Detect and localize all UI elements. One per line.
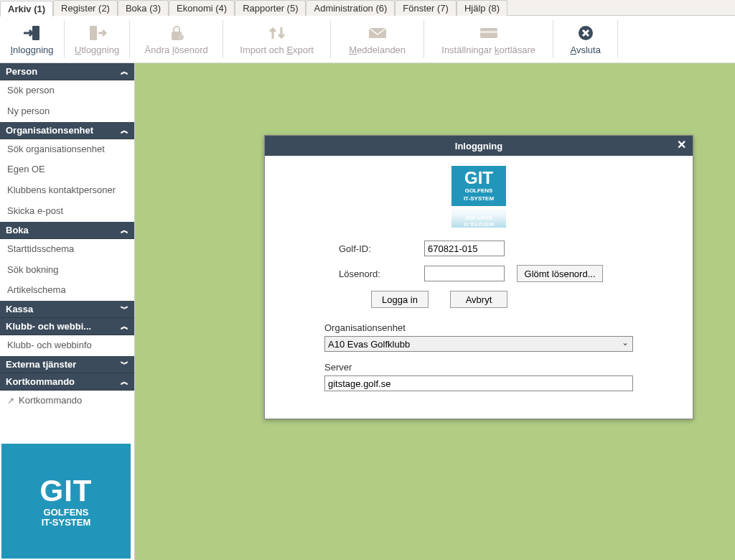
external-link-icon: ↗ — [7, 396, 14, 406]
toolbar-import-export[interactable]: Import och Export — [223, 20, 331, 58]
toolbar-cardreader-label: Inställningar kortläsare — [441, 45, 535, 55]
toolbar-login-label: Inloggning — [10, 45, 53, 55]
tab-arkiv[interactable]: Arkiv (1) — [0, 1, 53, 17]
sidebar-head-org-label: Organisationsenhet — [6, 125, 93, 136]
sidebar-head-kortkommando[interactable]: Kortkommando ︽ — [0, 373, 134, 391]
toolbar-logout-label: Utloggning — [75, 45, 119, 55]
chevron-down-icon: ︾ — [121, 304, 128, 314]
tab-ekonomi[interactable]: Ekonomi (4) — [169, 0, 235, 16]
sidebar-logo: GIT GOLFENS IT-SYSTEM — [1, 444, 131, 559]
sidebar-head-person[interactable]: Person ︽ — [0, 63, 134, 80]
org-label: Organisationsenhet — [324, 322, 633, 333]
sidebar-head-kassa[interactable]: Kassa ︾ — [0, 301, 134, 318]
svg-rect-1 — [90, 26, 97, 40]
cancel-button[interactable]: Avbryt — [450, 291, 507, 308]
sidebar-head-person-label: Person — [6, 66, 37, 77]
toolbar-messages[interactable]: Meddelanden — [331, 20, 424, 58]
sidebar-head-org[interactable]: Organisationsenhet ︽ — [0, 122, 134, 139]
sidebar-item-kontaktp[interactable]: Klubbens kontaktpersoner — [0, 180, 134, 201]
logo-sub2: IT-SYSTEM — [42, 517, 91, 528]
golf-id-label: Golf-ID: — [339, 243, 414, 254]
toolbar-changepw-label: Ändra lösenord — [145, 45, 208, 55]
close-icon[interactable]: ✕ — [674, 138, 688, 151]
login-dialog: Inloggning ✕ GIT GOLFENS IT-SYSTEM IT-SY… — [264, 135, 693, 419]
tab-fonster[interactable]: Fönster (7) — [395, 0, 457, 16]
org-select[interactable]: A10 Evas Golfklubb — [324, 336, 633, 352]
toolbar-quit-label: Avsluta — [570, 45, 600, 55]
password-label: Lösenord: — [339, 269, 414, 279]
chevron-down-icon: ︾ — [121, 359, 128, 370]
sidebar-item-kortkommando[interactable]: ↗Kortkommando — [0, 391, 134, 411]
chevron-up-icon: ︽ — [121, 125, 128, 136]
sidebar-head-externa-label: Externa tjänster — [6, 359, 76, 370]
card-icon — [479, 23, 499, 43]
sidebar-head-klubb[interactable]: Klubb- och webbi... ︽ — [0, 318, 134, 335]
tab-rapporter[interactable]: Rapporter (5) — [235, 0, 306, 16]
sidebar-item-sok-bokn[interactable]: Sök bokning — [0, 260, 134, 281]
menu-tabs: Arkiv (1) Register (2) Boka (3) Ekonomi … — [0, 0, 735, 16]
sidebar-item-klubbinfo[interactable]: Klubb- och webbinfo — [0, 335, 134, 356]
server-label: Server — [324, 362, 633, 373]
mail-icon — [368, 23, 388, 43]
toolbar-cardreader[interactable]: Inställningar kortläsare — [424, 20, 553, 58]
svg-rect-6 — [480, 31, 497, 33]
import-export-icon — [267, 23, 287, 43]
toolbar-change-password[interactable]: Ändra lösenord — [130, 20, 223, 58]
sidebar-item-ny-person[interactable]: Ny person — [0, 101, 134, 122]
sidebar-head-boka-label: Boka — [6, 225, 29, 235]
toolbar-importexport-label: Import och Export — [240, 45, 314, 55]
sidebar-head-kortkom-label: Kortkommando — [6, 376, 75, 387]
sidebar-item-artikel[interactable]: Artikelschema — [0, 280, 134, 301]
golf-id-input[interactable] — [424, 241, 505, 256]
login-icon — [22, 23, 42, 43]
toolbar-login[interactable]: Inloggning — [0, 20, 65, 58]
sidebar-item-sok-org[interactable]: Sök organisationsenhet — [0, 139, 134, 160]
server-input[interactable] — [324, 375, 633, 391]
toolbar-quit[interactable]: Avsluta — [553, 20, 618, 58]
chevron-up-icon: ︽ — [121, 66, 128, 77]
toolbar-messages-label: Meddelanden — [349, 45, 406, 55]
tab-boka[interactable]: Boka (3) — [118, 0, 169, 16]
sidebar: Person ︽ Sök person Ny person Organisati… — [0, 63, 135, 560]
dialog-brand: GIT GOLFENS IT-SYSTEM IT-SYSTEM GOLFENS — [451, 166, 506, 228]
dialog-titlebar[interactable]: Inloggning ✕ — [265, 136, 693, 156]
lock-icon — [167, 23, 187, 43]
chevron-up-icon: ︽ — [121, 225, 128, 235]
sidebar-head-kassa-label: Kassa — [6, 304, 33, 314]
toolbar-logout[interactable]: Utloggning — [65, 20, 130, 58]
logo-title: GIT — [40, 474, 93, 508]
password-input[interactable] — [424, 266, 505, 281]
sidebar-head-externa[interactable]: Externa tjänster ︾ — [0, 356, 134, 373]
chevron-up-icon: ︽ — [121, 321, 128, 332]
tab-admin[interactable]: Administration (6) — [306, 0, 395, 16]
dialog-title: Inloggning — [455, 141, 502, 151]
sidebar-item-epost[interactable]: Skicka e-post — [0, 201, 134, 222]
content-area: Inloggning ✕ GIT GOLFENS IT-SYSTEM IT-SY… — [135, 63, 735, 560]
sidebar-head-klubb-label: Klubb- och webbi... — [6, 321, 91, 332]
sidebar-item-egen-oe[interactable]: Egen OE — [0, 159, 134, 180]
chevron-up-icon: ︽ — [121, 376, 128, 387]
toolbar: Inloggning Utloggning Ändra lösenord Imp… — [0, 16, 735, 63]
tab-hjalp[interactable]: Hjälp (8) — [457, 0, 507, 16]
svg-point-3 — [178, 34, 184, 40]
sidebar-item-starttid[interactable]: Starttidsschema — [0, 239, 134, 260]
tab-register[interactable]: Register (2) — [53, 0, 118, 16]
login-button[interactable]: Logga in — [371, 291, 429, 308]
forgot-password-button[interactable]: Glömt lösenord... — [517, 265, 603, 282]
quit-icon — [576, 23, 596, 43]
logout-icon — [87, 23, 107, 43]
sidebar-head-boka[interactable]: Boka ︽ — [0, 222, 134, 239]
sidebar-item-sok-person[interactable]: Sök person — [0, 80, 134, 101]
